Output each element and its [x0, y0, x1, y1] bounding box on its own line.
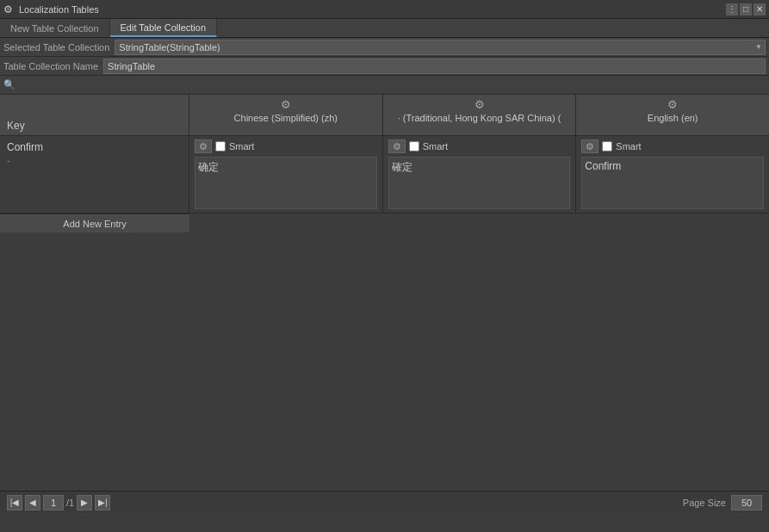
more-options-button[interactable]: ⋮: [726, 3, 738, 15]
search-input[interactable]: [18, 80, 766, 90]
page-size-input[interactable]: [731, 495, 762, 510]
selected-collection-row: Selected Table Collection StringTable(St…: [0, 38, 769, 57]
search-bar: 🔍: [0, 76, 769, 95]
collection-name-label: Table Collection Name: [3, 61, 98, 71]
selected-collection-label: Selected Table Collection: [3, 42, 109, 53]
page-size-label: Page Size: [683, 498, 726, 508]
search-icon: 🔍: [3, 79, 16, 90]
zh-simplified-textarea[interactable]: 确定: [195, 157, 377, 209]
total-pages: /1: [66, 498, 74, 508]
collection-name-input[interactable]: [103, 59, 766, 74]
en-settings-icon: ⚙: [667, 98, 678, 111]
col-key-label: Key: [7, 120, 25, 132]
title-bar: ⚙ Localization Tables ⋮ □ ✕: [0, 0, 769, 19]
maximize-button[interactable]: □: [740, 3, 752, 15]
add-new-entry-button[interactable]: Add New Entry: [0, 213, 189, 232]
prev-page-button[interactable]: ◀: [25, 495, 40, 510]
zh-simplified-settings-icon: ⚙: [281, 98, 291, 111]
zh-traditional-settings-button[interactable]: ⚙: [388, 139, 406, 153]
zh-traditional-textarea[interactable]: 確定: [388, 157, 571, 209]
table-header-row: Key ⚙ Chinese (Simplified) (zh) ⚙ · (Tra…: [0, 95, 769, 136]
en-smart-label: Smart: [616, 141, 641, 152]
first-page-button[interactable]: |◀: [7, 495, 22, 510]
zh-simplified-smart-checkbox[interactable]: [215, 141, 226, 152]
tab-bar: New Table Collection Edit Table Collecti…: [0, 19, 769, 38]
current-page-input[interactable]: [43, 495, 64, 510]
key-cell: Confirm -: [0, 136, 189, 213]
key-id: -: [7, 155, 182, 165]
zh-simplified-cell: ⚙ Smart 确定: [189, 136, 383, 213]
col-zh-simplified-header: ⚙ Chinese (Simplified) (zh): [189, 95, 383, 135]
tab-edit-table-collection[interactable]: Edit Table Collection: [110, 19, 217, 37]
app-icon: ⚙: [3, 3, 16, 15]
col-en-header: ⚙ English (en): [576, 95, 769, 135]
en-toolbar: ⚙ Smart: [581, 139, 764, 153]
table-scroll-area[interactable]: Key ⚙ Chinese (Simplified) (zh) ⚙ · (Tra…: [0, 95, 769, 513]
selected-collection-select-wrap: StringTable(StringTable): [115, 40, 766, 55]
zh-simplified-smart-label: Smart: [229, 141, 254, 152]
close-button[interactable]: ✕: [753, 3, 766, 15]
en-smart-checkbox[interactable]: [602, 141, 612, 152]
zh-traditional-lang-name: · (Traditional, Hong Kong SAR China) (: [398, 113, 561, 123]
zh-traditional-toolbar: ⚙ Smart: [388, 139, 571, 153]
col-key-header: Key: [0, 95, 189, 135]
zh-simplified-lang-name: Chinese (Simplified) (zh): [234, 113, 338, 123]
zh-traditional-smart-checkbox[interactable]: [409, 141, 419, 152]
zh-simplified-toolbar: ⚙ Smart: [195, 139, 377, 153]
zh-traditional-cell: ⚙ Smart 確定: [383, 136, 577, 213]
zh-simplified-settings-button[interactable]: ⚙: [195, 139, 212, 153]
pagination: |◀ ◀ /1 ▶ ▶|: [7, 495, 110, 510]
selected-collection-select[interactable]: StringTable(StringTable): [115, 40, 766, 55]
zh-traditional-settings-icon: ⚙: [474, 98, 485, 111]
en-settings-button[interactable]: ⚙: [581, 139, 598, 153]
tab-new-table-collection[interactable]: New Table Collection: [0, 19, 110, 37]
key-name: Confirm: [7, 141, 182, 153]
table-area: Key ⚙ Chinese (Simplified) (zh) ⚙ · (Tra…: [0, 95, 769, 232]
en-lang-name: English (en): [648, 113, 698, 123]
next-page-button[interactable]: ▶: [77, 495, 92, 510]
zh-traditional-smart-label: Smart: [423, 141, 448, 152]
table-body: Confirm - ⚙ Smart 确定 ⚙: [0, 136, 769, 213]
last-page-button[interactable]: ▶|: [95, 495, 110, 510]
en-textarea[interactable]: Confirm: [581, 157, 764, 209]
en-cell: ⚙ Smart Confirm: [576, 136, 769, 213]
col-zh-traditional-header: ⚙ · (Traditional, Hong Kong SAR China) (: [383, 95, 577, 135]
window-title: Localization Tables: [19, 4, 726, 15]
add-entry-container: Add New Entry: [0, 213, 769, 232]
table-row: Confirm - ⚙ Smart 确定 ⚙: [0, 136, 769, 213]
bottom-bar: |◀ ◀ /1 ▶ ▶| Page Size: [0, 491, 769, 513]
collection-name-row: Table Collection Name: [0, 57, 769, 76]
window-controls: ⋮ □ ✕: [726, 3, 766, 15]
